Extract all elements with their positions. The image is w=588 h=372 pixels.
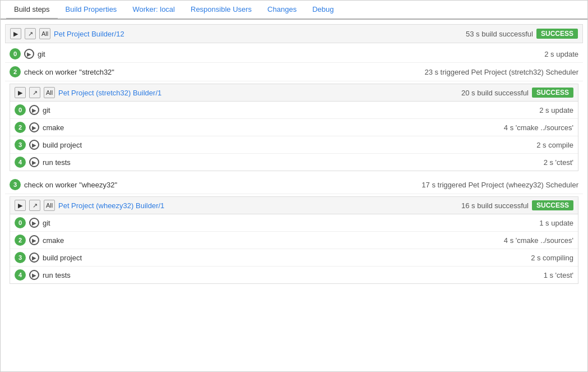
- nw32-step0-play[interactable]: ▶: [29, 218, 39, 228]
- nested-stretch32-step-0: 0 ▶ git 2 s update: [10, 102, 578, 119]
- nested-stretch32-box: ▶ ↗ All Pet Project (stretch32) Builder/…: [10, 84, 578, 171]
- nw32-step0-detail: 1 s update: [539, 219, 573, 227]
- nested-wheezy32-step-2: 2 ▶ cmake 4 s 'cmake ../sources': [10, 232, 578, 249]
- main-build-status-text: 53 s build successful: [466, 30, 533, 38]
- tab-responsible-users[interactable]: Responsible Users: [183, 1, 260, 20]
- ns32-step2-name: cmake: [43, 123, 64, 132]
- nested-stretch32-step-4: 4 ▶ run tests 2 s 'ctest': [10, 154, 578, 171]
- nw32-step3-num: 3: [15, 252, 26, 263]
- ns32-step4-play[interactable]: ▶: [29, 157, 39, 167]
- section-wheezy32-detail: 17 s triggered Pet Project (wheezy32) Sc…: [422, 181, 578, 189]
- nested-wheezy32-link[interactable]: Pet Project (wheezy32) Builder/1: [58, 201, 164, 210]
- main-build-badge: SUCCESS: [536, 29, 578, 39]
- ns32-step0-play[interactable]: ▶: [29, 105, 39, 115]
- step-git-play[interactable]: ▶: [24, 49, 34, 59]
- nested-stretch32-badge: SUCCESS: [532, 88, 573, 98]
- nested-wheezy32-play-btn[interactable]: ▶: [15, 200, 26, 211]
- step-git-name: git: [38, 50, 45, 58]
- tab-changes[interactable]: Changes: [260, 1, 304, 20]
- nw32-step3-play[interactable]: ▶: [29, 252, 39, 263]
- section-wheezy32-name: check on worker "wheezy32": [24, 181, 117, 189]
- nested-stretch32-play-btn[interactable]: ▶: [15, 87, 26, 98]
- nw32-step2-num: 2: [15, 235, 26, 246]
- main-build-header-left: ▶ ↗ All Pet Project Builder/12: [10, 28, 124, 39]
- section-wheezy32-left: 3 check on worker "wheezy32": [10, 179, 117, 190]
- nw32-step3-name: build project: [43, 254, 82, 262]
- nested-wheezy32-step-4: 4 ▶ run tests 1 s 'ctest': [10, 267, 578, 283]
- expand-button[interactable]: ↗: [25, 28, 36, 39]
- nested-wheezy32-all-btn[interactable]: All: [44, 200, 55, 211]
- nested-stretch32-all-btn[interactable]: All: [44, 87, 55, 98]
- ns32-step0-num: 0: [15, 104, 26, 116]
- step-git-left: 0 ▶ git: [10, 48, 45, 59]
- ns32-step3-num: 3: [15, 139, 26, 150]
- nw32-step4-detail: 1 s 'ctest': [544, 271, 573, 279]
- nested-stretch32-expand-btn[interactable]: ↗: [29, 87, 40, 98]
- play-button[interactable]: ▶: [10, 28, 21, 39]
- tab-debug[interactable]: Debug: [304, 1, 341, 20]
- nw32-step2-name: cmake: [43, 236, 64, 245]
- nw32-step0-name: git: [43, 219, 50, 227]
- main-build-header: ▶ ↗ All Pet Project Builder/12 53 s buil…: [5, 24, 583, 43]
- nested-wheezy32-header-left: ▶ ↗ All Pet Project (wheezy32) Builder/1: [15, 200, 164, 211]
- step-git-detail: 2 s update: [544, 50, 578, 58]
- ns32-step2-play[interactable]: ▶: [29, 122, 39, 132]
- nested-stretch32-link[interactable]: Pet Project (stretch32) Builder/1: [58, 89, 161, 97]
- nw32-step4-play[interactable]: ▶: [29, 270, 39, 280]
- ns32-step0-name: git: [43, 106, 50, 114]
- nested-wheezy32-box: ▶ ↗ All Pet Project (wheezy32) Builder/1…: [10, 196, 578, 284]
- ns32-step4-num: 4: [15, 157, 26, 168]
- tab-bar: Build steps Build Properties Worker: loc…: [1, 1, 587, 20]
- nested-stretch32-header-right: 20 s build successful SUCCESS: [461, 88, 573, 98]
- ns32-step4-name: run tests: [43, 158, 71, 167]
- nested-stretch32-header-left: ▶ ↗ All Pet Project (stretch32) Builder/…: [15, 87, 161, 98]
- main-build-link[interactable]: Pet Project Builder/12: [54, 30, 124, 38]
- ns32-step3-name: build project: [43, 141, 82, 149]
- section-wheezy32: 3 check on worker "wheezy32" 17 s trigge…: [5, 176, 583, 194]
- nw32-step4-num: 4: [15, 269, 26, 281]
- nested-wheezy32-expand-btn[interactable]: ↗: [29, 200, 40, 211]
- tab-build-properties[interactable]: Build Properties: [58, 1, 125, 20]
- step-git: 0 ▶ git 2 s update: [5, 45, 583, 63]
- section-stretch32-detail: 23 s triggered Pet Project (stretch32) S…: [424, 68, 578, 76]
- nw32-step0-num: 0: [15, 217, 26, 228]
- tab-build-steps[interactable]: Build steps: [6, 1, 58, 20]
- ns32-step3-play[interactable]: ▶: [29, 140, 39, 150]
- nested-wheezy32-step-3: 3 ▶ build project 2 s compiling: [10, 249, 578, 267]
- main-container: Build steps Build Properties Worker: loc…: [0, 0, 588, 372]
- ns32-step3-detail: 2 s compile: [536, 141, 573, 149]
- ns32-step2-num: 2: [15, 122, 26, 133]
- main-build-header-right: 53 s build successful SUCCESS: [466, 29, 578, 39]
- nw32-step3-detail: 2 s compiling: [531, 254, 573, 262]
- all-button[interactable]: All: [39, 28, 50, 39]
- nested-wheezy32-header-right: 16 s build successful SUCCESS: [461, 200, 573, 210]
- ns32-step2-detail: 4 s 'cmake ../sources': [504, 123, 573, 132]
- nested-stretch32-step-3: 3 ▶ build project 2 s compile: [10, 136, 578, 154]
- nw32-step4-name: run tests: [43, 271, 71, 279]
- ns32-step4-detail: 2 s 'ctest': [544, 158, 573, 167]
- section-stretch32-left: 2 check on worker "stretch32": [10, 66, 114, 77]
- nested-wheezy32-badge: SUCCESS: [532, 200, 573, 210]
- step-git-num: 0: [10, 48, 21, 59]
- nested-stretch32-step-2: 2 ▶ cmake 4 s 'cmake ../sources': [10, 119, 578, 136]
- section-stretch32-name: check on worker "stretch32": [24, 68, 114, 76]
- nested-wheezy32-header: ▶ ↗ All Pet Project (wheezy32) Builder/1…: [10, 197, 578, 214]
- nw32-step2-play[interactable]: ▶: [29, 235, 39, 245]
- section-stretch32: 2 check on worker "stretch32" 23 s trigg…: [5, 63, 583, 81]
- nested-wheezy32-step-0: 0 ▶ git 1 s update: [10, 214, 578, 232]
- ns32-step0-detail: 2 s update: [539, 106, 573, 114]
- section-stretch32-num: 2: [10, 66, 21, 77]
- nested-stretch32-header: ▶ ↗ All Pet Project (stretch32) Builder/…: [10, 84, 578, 102]
- content-area: ▶ ↗ All Pet Project Builder/12 53 s buil…: [1, 20, 587, 293]
- nested-stretch32-status-text: 20 s build successful: [461, 89, 529, 97]
- section-wheezy32-num: 3: [10, 179, 21, 190]
- nw32-step2-detail: 4 s 'cmake ../sources': [504, 236, 573, 245]
- tab-worker-local[interactable]: Worker: local: [124, 1, 183, 20]
- nested-wheezy32-status-text: 16 s build successful: [461, 201, 529, 210]
